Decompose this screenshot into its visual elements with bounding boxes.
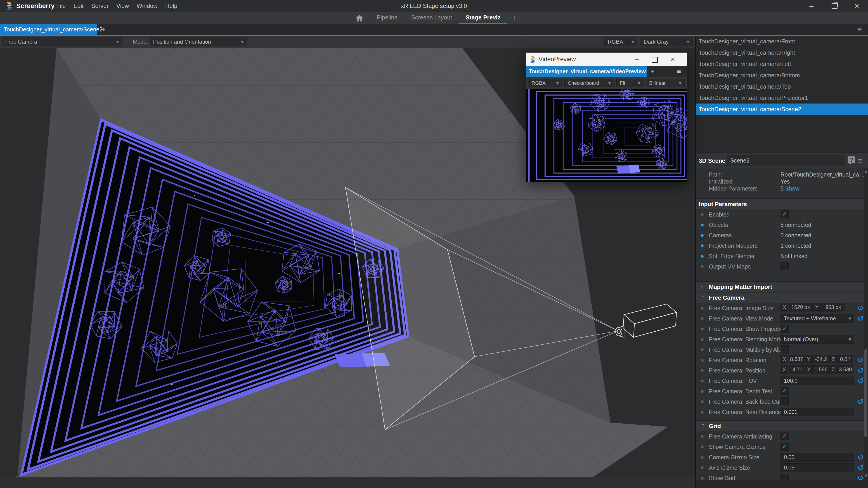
add-tab-button[interactable]: + — [99, 24, 108, 35]
section-header-free-camera[interactable]: ›Free Camera — [696, 292, 868, 303]
checkbox[interactable] — [780, 397, 788, 405]
axis-value-field[interactable]: 0.0 ° — [837, 355, 853, 363]
axis-value-field[interactable]: 8.687 — [788, 355, 804, 363]
camera-list-item[interactable]: TouchDesigner_virtual_camera/Left — [696, 58, 868, 70]
param-row: Free Camera: Back-face Culling↺ — [696, 396, 868, 407]
chevron-down-icon[interactable]: › — [698, 295, 709, 297]
checkbox[interactable] — [780, 474, 788, 480]
param-row: Free Camera: FOV100.0↺ — [696, 376, 868, 386]
videopreview-canvas[interactable] — [526, 89, 687, 182]
dot-icon — [701, 327, 704, 330]
chevron-down-icon: ▾ — [683, 39, 692, 45]
filter-select[interactable]: Bilinear ▾ — [646, 79, 685, 87]
param-row: Enabled✓ — [696, 209, 868, 220]
dropdown[interactable]: Normal (Over)▾ — [780, 335, 854, 344]
camera-list-item[interactable]: TouchDesigner_virtual_camera/Scene2 — [696, 103, 868, 115]
checkbox[interactable]: ✓ — [780, 325, 788, 333]
checkbox[interactable] — [780, 346, 788, 354]
camera-list-item[interactable]: TouchDesigner_virtual_camera/Projector1 — [696, 92, 868, 103]
tab-menu-icon[interactable]: ≡ — [857, 24, 862, 35]
section-header-input-parameters[interactable]: Input Parameters — [696, 198, 868, 209]
panel-menu-icon[interactable]: ≡ — [858, 153, 863, 169]
camera-list-item[interactable]: TouchDesigner_virtual_camera/Right — [696, 47, 868, 58]
home-icon[interactable] — [354, 13, 365, 23]
background-select[interactable]: Dark Gray ▾ — [641, 37, 692, 46]
nav-tab-stage-previz[interactable]: Stage Previz — [459, 12, 507, 24]
help-icon[interactable]: ? — [848, 156, 855, 163]
axis-value-field[interactable]: 1.596 — [813, 365, 829, 374]
param-label: Show Grid — [709, 473, 735, 480]
add-workspace-tab-button[interactable]: + — [507, 12, 522, 24]
dropdown[interactable]: Textured + Wireframe▾ — [780, 314, 854, 323]
maximize-button[interactable] — [650, 57, 660, 62]
param-row: Free Camera: RotationX8.687Y-34.2Z0.0 °↺ — [696, 355, 868, 365]
dot-icon — [701, 265, 704, 268]
scroll-up-icon[interactable]: ∧ — [864, 169, 868, 174]
menu-item-view[interactable]: View — [112, 0, 133, 12]
axis-value-field[interactable]: 3.530 — [837, 365, 853, 374]
nav-tab-screens-layout[interactable]: Screens Layout — [404, 12, 459, 24]
dot-icon — [701, 411, 704, 414]
videopreview-titlebar[interactable]: VideoPreview – × — [526, 53, 687, 66]
screenberry-app: Screenberry FileEditServerViewWindowHelp… — [0, 0, 868, 488]
menu-item-help[interactable]: Help — [161, 0, 181, 12]
panel-scrollbar[interactable]: ∧ ∨ — [864, 168, 868, 480]
axis-label: Z — [829, 365, 837, 374]
text-field[interactable]: 0.05 — [780, 453, 854, 461]
camera-list-item[interactable]: TouchDesigner_virtual_camera/Front — [696, 36, 868, 47]
show-link[interactable]: Show — [785, 185, 800, 192]
axis-value-field[interactable]: -34.2 — [813, 355, 829, 363]
menu-item-edit[interactable]: Edit — [70, 0, 88, 12]
checkbox[interactable]: ✓ — [780, 432, 788, 440]
checkbox[interactable] — [780, 262, 788, 270]
param-row: Free Camera: Show Projections✓ — [696, 324, 868, 334]
add-tab-button[interactable]: + — [648, 66, 657, 77]
axis-value-field[interactable]: 953 px — [821, 303, 845, 312]
tab-menu-icon[interactable]: ≡ — [677, 66, 681, 77]
scene-name-input[interactable]: Scene2 — [727, 156, 844, 165]
close-button[interactable]: × — [668, 53, 678, 66]
section-header-mapping-matter-import[interactable]: ›Mapping Matter Import — [696, 281, 868, 292]
screenberry-logo-icon — [529, 56, 536, 63]
menu-item-file[interactable]: File — [53, 0, 70, 12]
checkbox[interactable]: ✓ — [780, 387, 788, 395]
axis-value-field[interactable]: 1520 px — [788, 303, 813, 312]
close-button[interactable]: × — [851, 0, 862, 12]
axis-label: X — [780, 365, 788, 374]
dot-icon — [701, 348, 704, 351]
mode-select[interactable]: Position and Orientation ▾ — [150, 37, 247, 46]
background-select[interactable]: Checkerboard ▾ — [564, 79, 614, 87]
text-field[interactable]: 100.0 — [780, 377, 854, 385]
nav-tab-pipeline[interactable]: Pipeline — [370, 12, 404, 24]
camera-list-item[interactable]: TouchDesigner_virtual_camera/Bottom — [696, 70, 868, 81]
minimize-button[interactable]: – — [632, 53, 642, 66]
channel-select[interactable]: RGBA ▾ — [604, 37, 638, 46]
document-tab-active[interactable]: TouchDesigner_virtual_camera/Scene2 — [0, 24, 97, 35]
zoom-select[interactable]: Fit ▾ — [616, 79, 644, 87]
section-header-grid[interactable]: ›Grid — [696, 420, 868, 431]
menu-item-window[interactable]: Window — [133, 0, 161, 12]
param-label: Free Camera: Blending Mode — [709, 334, 783, 345]
camera-select[interactable]: Free Camera ▾ — [2, 37, 122, 46]
text-field[interactable]: 0.05 — [780, 463, 854, 472]
checkbox[interactable]: ✓ — [780, 443, 788, 451]
channel-select[interactable]: RGBA ▾ — [528, 79, 562, 87]
chevron-right-icon[interactable]: › — [701, 282, 703, 292]
videopreview-tab-active[interactable]: TouchDesigner_virtual_camera/VideoPrevie… — [526, 66, 647, 77]
maximize-button[interactable] — [829, 3, 839, 9]
checkbox[interactable]: ✓ — [780, 210, 788, 218]
chevron-down-icon[interactable]: › — [698, 423, 709, 425]
camera-list-item[interactable]: TouchDesigner_virtual_camera/Top — [696, 81, 868, 92]
dot-icon — [701, 435, 704, 438]
parameters-panel: Path: Root/TouchDesigner_virtual_ca… Ini… — [696, 168, 868, 480]
scrollbar-thumb[interactable] — [864, 349, 867, 437]
scene-header: 3D Scene Scene2 ? ≡ — [696, 153, 868, 168]
connected-dot-icon — [701, 224, 704, 226]
axis-value-field[interactable]: -4.71 — [788, 365, 804, 374]
minimize-button[interactable]: – — [806, 0, 817, 12]
chevron-down-icon: ▾ — [846, 315, 854, 323]
param-value: Not Linked — [780, 252, 808, 260]
menu-item-server[interactable]: Server — [88, 0, 113, 12]
text-field[interactable]: 0.001 — [780, 408, 854, 416]
scroll-down-icon[interactable]: ∨ — [864, 473, 868, 478]
